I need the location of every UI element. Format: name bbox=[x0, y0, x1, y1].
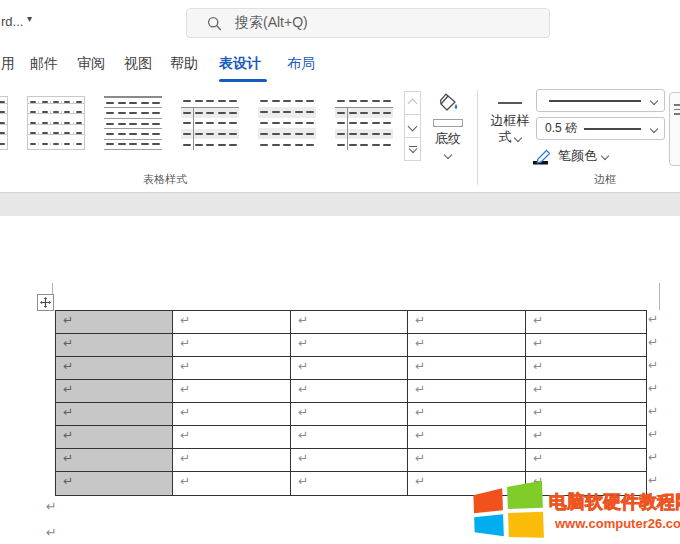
cell-end-marker: ↵ bbox=[533, 359, 543, 373]
table-cell[interactable]: ↵ bbox=[291, 426, 408, 449]
table-cell[interactable]: ↵ bbox=[56, 357, 173, 380]
document-table[interactable]: ↵↵↵↵↵↵↵↵↵↵↵↵↵↵↵↵↵↵↵↵↵↵↵↵↵↵↵↵↵↵↵↵↵↵↵↵↵↵↵↵ bbox=[55, 310, 647, 496]
table-cell[interactable]: ↵ bbox=[526, 357, 646, 380]
cell-end-marker: ↵ bbox=[63, 428, 73, 442]
cell-end-marker: ↵ bbox=[180, 405, 190, 419]
row-end-marker: ↵ bbox=[648, 312, 658, 326]
table-cell[interactable]: ↵ bbox=[408, 334, 526, 357]
tab-layout[interactable]: 布局 bbox=[287, 55, 315, 73]
table-cell[interactable]: ↵ bbox=[526, 403, 646, 426]
table-cell[interactable]: ↵ bbox=[56, 311, 173, 334]
table-cell[interactable]: ↵ bbox=[526, 426, 646, 449]
cell-end-marker: ↵ bbox=[180, 474, 190, 488]
cell-end-marker: ↵ bbox=[298, 336, 308, 350]
title-dropdown-icon[interactable]: ▾ bbox=[27, 13, 32, 24]
table-cell[interactable]: ↵ bbox=[173, 426, 291, 449]
table-cell[interactable]: ↵ bbox=[291, 403, 408, 426]
tab-table-design[interactable]: 表设计 bbox=[219, 55, 261, 73]
window-title: rd... bbox=[1, 14, 23, 29]
table-cell[interactable]: ↵ bbox=[291, 472, 408, 495]
table-cell[interactable]: ↵ bbox=[526, 380, 646, 403]
gallery-more-button[interactable] bbox=[404, 137, 421, 161]
search-box[interactable]: 搜索(Alt+Q) bbox=[186, 8, 550, 38]
tab-references-partial[interactable]: 用 bbox=[1, 55, 15, 73]
document-margin-band bbox=[0, 193, 680, 216]
table-move-handle[interactable] bbox=[37, 294, 54, 311]
table-cell[interactable]: ↵ bbox=[173, 449, 291, 472]
cell-end-marker: ↵ bbox=[415, 359, 425, 373]
table-cell[interactable]: ↵ bbox=[173, 380, 291, 403]
borders-group-label: 边框 bbox=[575, 172, 635, 187]
table-cell[interactable]: ↵ bbox=[291, 380, 408, 403]
cell-end-marker: ↵ bbox=[63, 336, 73, 350]
paint-bucket-icon bbox=[435, 92, 461, 118]
pen-color-label: 笔颜色 bbox=[558, 147, 597, 165]
table-cell[interactable]: ↵ bbox=[291, 311, 408, 334]
cell-end-marker: ↵ bbox=[415, 336, 425, 350]
borders-split-button-partial[interactable] bbox=[669, 92, 680, 166]
border-style-line-icon bbox=[498, 102, 522, 104]
table-styles-gallery bbox=[0, 91, 402, 161]
cell-end-marker: ↵ bbox=[415, 405, 425, 419]
table-cell[interactable]: ↵ bbox=[173, 311, 291, 334]
tab-review[interactable]: 审阅 bbox=[77, 55, 105, 73]
border-styles-label-line1: 边框样 bbox=[491, 113, 530, 129]
table-cell[interactable]: ↵ bbox=[56, 449, 173, 472]
table-cell[interactable]: ↵ bbox=[56, 334, 173, 357]
table-cell[interactable]: ↵ bbox=[408, 449, 526, 472]
gallery-more-icon bbox=[409, 146, 417, 153]
table-cell[interactable]: ↵ bbox=[526, 311, 646, 334]
border-styles-label-line2: 式 bbox=[499, 129, 522, 145]
table-cell[interactable]: ↵ bbox=[526, 334, 646, 357]
gallery-scroll-up-button[interactable] bbox=[404, 91, 421, 115]
first-column-divider bbox=[193, 107, 194, 150]
line-weight-dropdown[interactable]: 0.5 磅 bbox=[536, 117, 665, 140]
table-cell[interactable]: ↵ bbox=[408, 426, 526, 449]
table-cell[interactable]: ↵ bbox=[526, 449, 646, 472]
table-cell[interactable]: ↵ bbox=[291, 449, 408, 472]
tab-mailings[interactable]: 邮件 bbox=[30, 55, 58, 73]
shading-button[interactable]: 底纹 bbox=[424, 92, 472, 168]
table-cell[interactable]: ↵ bbox=[291, 357, 408, 380]
row-end-marker: ↵ bbox=[648, 427, 658, 441]
line-style-dropdown[interactable] bbox=[536, 89, 665, 112]
table-style-thumbnail[interactable] bbox=[331, 91, 397, 155]
table-style-thumbnail[interactable] bbox=[0, 91, 12, 155]
border-styles-button[interactable]: 边框样 式 bbox=[485, 92, 535, 172]
chevron-down-icon bbox=[650, 124, 658, 132]
table-cell[interactable]: ↵ bbox=[408, 357, 526, 380]
cell-end-marker: ↵ bbox=[63, 405, 73, 419]
table-cell[interactable]: ↵ bbox=[56, 380, 173, 403]
row-end-marker: ↵ bbox=[648, 335, 658, 349]
table-cell[interactable]: ↵ bbox=[56, 403, 173, 426]
line-style-sample bbox=[549, 100, 641, 102]
table-style-thumbnail[interactable] bbox=[254, 91, 320, 155]
tab-help[interactable]: 帮助 bbox=[170, 55, 198, 73]
gallery-scroll-down-button[interactable] bbox=[404, 114, 421, 138]
cell-end-marker: ↵ bbox=[180, 336, 190, 350]
table-cell[interactable]: ↵ bbox=[408, 380, 526, 403]
table-cell[interactable]: ↵ bbox=[56, 472, 173, 495]
margin-crop-mark-right bbox=[659, 283, 660, 310]
table-cell[interactable]: ↵ bbox=[408, 403, 526, 426]
table-cell[interactable]: ↵ bbox=[173, 403, 291, 426]
table-cell[interactable]: ↵ bbox=[173, 357, 291, 380]
table-cell[interactable]: ↵ bbox=[173, 334, 291, 357]
row-end-marker: ↵ bbox=[648, 404, 658, 418]
search-placeholder: 搜索(Alt+Q) bbox=[235, 14, 308, 32]
pen-color-button[interactable]: 笔颜色 bbox=[533, 145, 608, 167]
pen-color-icon bbox=[533, 148, 553, 165]
table-style-thumbnail[interactable] bbox=[23, 91, 89, 155]
table-cell[interactable]: ↵ bbox=[56, 426, 173, 449]
cell-end-marker: ↵ bbox=[533, 313, 543, 327]
table-cell[interactable]: ↵ bbox=[173, 472, 291, 495]
word-window: rd... ▾ 搜索(Alt+Q) 用邮件审阅视图帮助表设计布局 bbox=[0, 0, 680, 544]
table-cell[interactable]: ↵ bbox=[291, 334, 408, 357]
table-style-thumbnail[interactable] bbox=[177, 91, 243, 155]
cell-end-marker: ↵ bbox=[298, 451, 308, 465]
windows-logo-icon bbox=[470, 480, 546, 544]
tab-view[interactable]: 视图 bbox=[124, 55, 152, 73]
table-style-thumbnail[interactable] bbox=[100, 91, 166, 155]
table-cell[interactable]: ↵ bbox=[408, 311, 526, 334]
title-bar: rd... ▾ 搜索(Alt+Q) bbox=[0, 0, 680, 46]
